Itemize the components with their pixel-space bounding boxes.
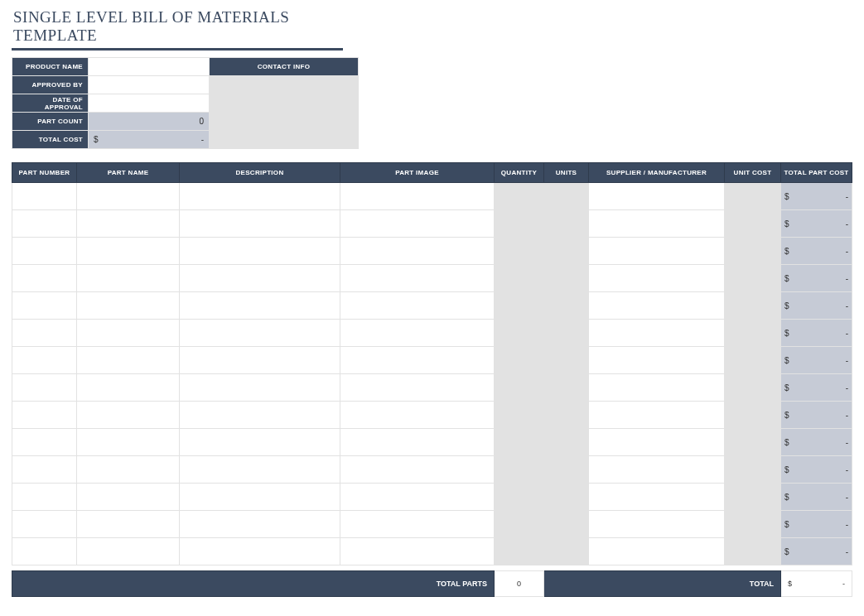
- cell-part-image[interactable]: [340, 238, 495, 265]
- cell-part-name[interactable]: [77, 320, 180, 347]
- cell-supplier[interactable]: [589, 429, 725, 456]
- cell-unit-cost[interactable]: [725, 538, 781, 565]
- cell-part-number[interactable]: [12, 265, 77, 292]
- contact-info-field-3[interactable]: [210, 113, 359, 131]
- cell-description[interactable]: [180, 210, 340, 238]
- cell-units[interactable]: [544, 347, 589, 374]
- cell-part-name[interactable]: [77, 238, 180, 265]
- date-of-approval-field[interactable]: [89, 94, 210, 113]
- cell-supplier[interactable]: [589, 238, 725, 265]
- cell-supplier[interactable]: [589, 456, 725, 484]
- cell-part-image[interactable]: [340, 538, 495, 565]
- cell-part-image[interactable]: [340, 456, 495, 484]
- cell-quantity[interactable]: [495, 402, 544, 429]
- cell-description[interactable]: [180, 238, 340, 265]
- cell-units[interactable]: [544, 292, 589, 320]
- cell-units[interactable]: [544, 238, 589, 265]
- cell-part-name[interactable]: [77, 265, 180, 292]
- cell-units[interactable]: [544, 183, 589, 210]
- cell-unit-cost[interactable]: [725, 402, 781, 429]
- cell-supplier[interactable]: [589, 292, 725, 320]
- cell-quantity[interactable]: [495, 511, 544, 538]
- cell-supplier[interactable]: [589, 210, 725, 238]
- cell-part-number[interactable]: [12, 511, 77, 538]
- cell-part-name[interactable]: [77, 210, 180, 238]
- cell-quantity[interactable]: [495, 374, 544, 402]
- cell-description[interactable]: [180, 183, 340, 210]
- cell-unit-cost[interactable]: [725, 210, 781, 238]
- cell-description[interactable]: [180, 374, 340, 402]
- cell-quantity[interactable]: [495, 429, 544, 456]
- contact-info-field-4[interactable]: [210, 131, 359, 149]
- cell-unit-cost[interactable]: [725, 292, 781, 320]
- cell-supplier[interactable]: [589, 347, 725, 374]
- cell-unit-cost[interactable]: [725, 456, 781, 484]
- cell-part-number[interactable]: [12, 429, 77, 456]
- cell-quantity[interactable]: [495, 292, 544, 320]
- cell-part-name[interactable]: [77, 456, 180, 484]
- cell-description[interactable]: [180, 429, 340, 456]
- cell-part-name[interactable]: [77, 347, 180, 374]
- cell-part-image[interactable]: [340, 429, 495, 456]
- cell-part-name[interactable]: [77, 511, 180, 538]
- cell-units[interactable]: [544, 429, 589, 456]
- cell-units[interactable]: [544, 402, 589, 429]
- cell-part-number[interactable]: [12, 402, 77, 429]
- cell-part-name[interactable]: [77, 538, 180, 565]
- cell-quantity[interactable]: [495, 183, 544, 210]
- cell-part-name[interactable]: [77, 292, 180, 320]
- cell-part-image[interactable]: [340, 484, 495, 511]
- approved-by-field[interactable]: [89, 76, 210, 94]
- cell-description[interactable]: [180, 402, 340, 429]
- cell-description[interactable]: [180, 292, 340, 320]
- cell-supplier[interactable]: [589, 183, 725, 210]
- cell-units[interactable]: [544, 484, 589, 511]
- cell-part-image[interactable]: [340, 511, 495, 538]
- cell-description[interactable]: [180, 538, 340, 565]
- cell-quantity[interactable]: [495, 265, 544, 292]
- cell-units[interactable]: [544, 511, 589, 538]
- cell-units[interactable]: [544, 538, 589, 565]
- cell-unit-cost[interactable]: [725, 265, 781, 292]
- cell-supplier[interactable]: [589, 320, 725, 347]
- cell-part-image[interactable]: [340, 320, 495, 347]
- cell-part-number[interactable]: [12, 456, 77, 484]
- cell-quantity[interactable]: [495, 210, 544, 238]
- cell-unit-cost[interactable]: [725, 183, 781, 210]
- cell-description[interactable]: [180, 265, 340, 292]
- cell-quantity[interactable]: [495, 484, 544, 511]
- cell-part-number[interactable]: [12, 292, 77, 320]
- cell-supplier[interactable]: [589, 265, 725, 292]
- cell-part-number[interactable]: [12, 484, 77, 511]
- cell-part-image[interactable]: [340, 265, 495, 292]
- cell-description[interactable]: [180, 511, 340, 538]
- cell-supplier[interactable]: [589, 511, 725, 538]
- cell-part-image[interactable]: [340, 183, 495, 210]
- contact-info-field-2[interactable]: [210, 94, 359, 113]
- cell-unit-cost[interactable]: [725, 347, 781, 374]
- cell-part-number[interactable]: [12, 538, 77, 565]
- cell-units[interactable]: [544, 456, 589, 484]
- cell-part-number[interactable]: [12, 183, 77, 210]
- cell-part-image[interactable]: [340, 374, 495, 402]
- cell-part-name[interactable]: [77, 402, 180, 429]
- cell-units[interactable]: [544, 320, 589, 347]
- cell-part-number[interactable]: [12, 374, 77, 402]
- product-name-field[interactable]: [89, 58, 210, 76]
- cell-part-image[interactable]: [340, 347, 495, 374]
- cell-description[interactable]: [180, 320, 340, 347]
- cell-supplier[interactable]: [589, 374, 725, 402]
- cell-description[interactable]: [180, 456, 340, 484]
- cell-part-number[interactable]: [12, 347, 77, 374]
- cell-units[interactable]: [544, 265, 589, 292]
- cell-unit-cost[interactable]: [725, 511, 781, 538]
- cell-quantity[interactable]: [495, 538, 544, 565]
- cell-description[interactable]: [180, 347, 340, 374]
- cell-quantity[interactable]: [495, 320, 544, 347]
- cell-part-number[interactable]: [12, 210, 77, 238]
- cell-part-name[interactable]: [77, 484, 180, 511]
- cell-supplier[interactable]: [589, 538, 725, 565]
- cell-supplier[interactable]: [589, 484, 725, 511]
- cell-part-name[interactable]: [77, 374, 180, 402]
- cell-part-name[interactable]: [77, 429, 180, 456]
